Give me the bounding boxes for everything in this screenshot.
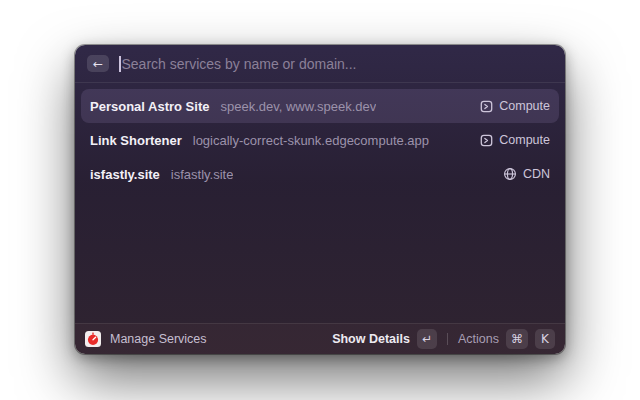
list-item-link-shortener[interactable]: Link Shortener logically-correct-skunk.e… — [81, 123, 559, 157]
show-details-action[interactable]: Show Details — [332, 332, 410, 346]
service-domains: isfastly.site — [171, 167, 234, 182]
compute-icon — [480, 100, 493, 113]
service-title: isfastly.site — [90, 167, 160, 182]
action-bar: Manage Services Show Details ↵ Actions ⌘… — [75, 323, 565, 354]
command-palette-window: ← Personal Astro Site speek.dev, www.spe… — [75, 45, 565, 354]
command-key-icon: ⌘ — [506, 329, 528, 349]
extension-label: Manage Services — [110, 332, 207, 346]
footer-separator — [447, 333, 448, 345]
arrow-left-icon: ← — [93, 56, 103, 72]
compute-icon — [480, 134, 493, 147]
service-type-badge: Compute — [499, 99, 550, 113]
service-domains: speek.dev, www.speek.dev — [220, 99, 376, 114]
back-button[interactable]: ← — [87, 55, 109, 72]
actions-menu-button[interactable]: Actions — [458, 332, 499, 346]
service-list: Personal Astro Site speek.dev, www.speek… — [75, 83, 565, 323]
service-domains: logically-correct-skunk.edgecompute.app — [193, 133, 429, 148]
service-type-badge: CDN — [523, 167, 550, 181]
globe-icon — [503, 167, 517, 181]
service-title: Link Shortener — [90, 133, 182, 148]
k-key-icon: K — [535, 329, 555, 349]
fastly-icon — [85, 331, 101, 347]
list-item-personal-astro-site[interactable]: Personal Astro Site speek.dev, www.speek… — [81, 89, 559, 123]
text-caret — [119, 56, 121, 72]
enter-key-icon: ↵ — [417, 329, 437, 349]
search-input[interactable] — [122, 56, 554, 72]
service-type-badge: Compute — [499, 133, 550, 147]
list-item-isfastly-site[interactable]: isfastly.site isfastly.site CDN — [81, 157, 559, 191]
search-bar: ← — [75, 45, 565, 82]
desktop-wallpaper: ← Personal Astro Site speek.dev, www.spe… — [0, 0, 640, 400]
service-title: Personal Astro Site — [90, 99, 209, 114]
